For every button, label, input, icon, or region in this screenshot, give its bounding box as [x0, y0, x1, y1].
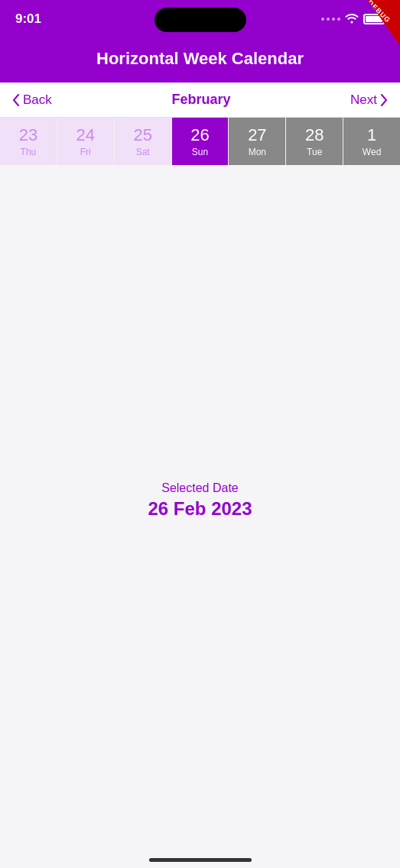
back-label: Back — [23, 92, 52, 108]
day-number-wed: 1 — [367, 125, 376, 145]
app-header: Horizontal Week Calendar — [0, 38, 400, 83]
signal-dots — [321, 18, 340, 21]
status-icons — [321, 13, 385, 26]
week-row: 23Thu24Fri25Sat26Sun27Mon28Tue1Wed — [0, 118, 400, 165]
day-name-fri: Fri — [80, 147, 91, 157]
day-name-sat: Sat — [136, 147, 150, 157]
back-button[interactable]: Back — [12, 92, 52, 108]
day-number-fri: 24 — [76, 125, 95, 145]
wifi-icon — [345, 13, 359, 26]
day-cell-wed[interactable]: 1Wed — [343, 118, 400, 165]
nav-row: Back February Next — [0, 83, 400, 118]
dynamic-island — [154, 8, 246, 32]
month-label: February — [171, 92, 230, 108]
status-bar: 9:01 — [0, 0, 400, 38]
next-button[interactable]: Next — [350, 92, 388, 108]
day-number-sat: 25 — [133, 125, 151, 145]
selected-date-value: 26 Feb 2023 — [148, 498, 252, 520]
day-cell-thu[interactable]: 23Thu — [0, 118, 57, 165]
day-number-mon: 27 — [248, 125, 266, 145]
day-cell-fri[interactable]: 24Fri — [57, 118, 115, 165]
day-name-thu: Thu — [21, 147, 37, 157]
day-cell-sat[interactable]: 25Sat — [115, 118, 172, 165]
day-name-sun: Sun — [192, 147, 208, 157]
day-cell-tue[interactable]: 28Tue — [286, 118, 343, 165]
day-name-wed: Wed — [363, 147, 381, 157]
next-label: Next — [350, 92, 377, 108]
app-title: Horizontal Week Calendar — [15, 49, 385, 69]
selected-date-label: Selected Date — [161, 481, 239, 495]
main-content: Selected Date 26 Feb 2023 — [0, 165, 400, 835]
day-cell-sun[interactable]: 26Sun — [172, 118, 229, 165]
day-number-sun: 26 — [190, 125, 209, 145]
home-indicator — [149, 858, 252, 862]
day-cell-mon[interactable]: 27Mon — [229, 118, 286, 165]
day-number-thu: 23 — [19, 125, 37, 145]
status-time: 9:01 — [15, 11, 41, 27]
day-name-mon: Mon — [249, 147, 266, 157]
day-name-tue: Tue — [307, 147, 322, 157]
day-number-tue: 28 — [305, 125, 324, 145]
